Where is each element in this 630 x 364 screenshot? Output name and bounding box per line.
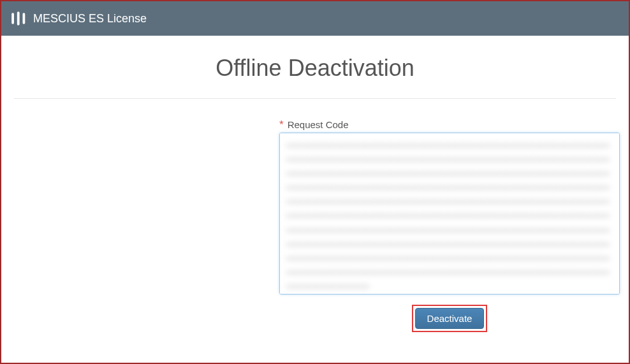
svg-rect-0 [11,13,14,24]
required-star-icon: * [279,119,284,130]
button-row: Deactivate [279,305,620,332]
app-title: MESCIUS ES License [33,12,147,25]
brand-logo-icon [10,10,27,27]
request-code-label-row: * Request Code [279,119,620,130]
deactivate-button[interactable]: Deactivate [415,308,485,329]
app-header: MESCIUS ES License [1,1,629,36]
page-title: Offline Deactivation [14,55,616,82]
section-divider [14,98,616,99]
request-code-value: xxxxxxxxxxxxxxxxxxxxxxxxxxxxxxxxxxxxxxxx… [286,138,613,293]
deactivate-highlight: Deactivate [412,305,488,332]
svg-rect-2 [23,13,26,24]
svg-rect-1 [17,11,20,25]
request-code-textarea[interactable]: xxxxxxxxxxxxxxxxxxxxxxxxxxxxxxxxxxxxxxxx… [279,133,620,295]
main-content: Offline Deactivation * Request Code xxxx… [1,36,629,332]
request-code-form: * Request Code xxxxxxxxxxxxxxxxxxxxxxxxx… [279,119,620,332]
request-code-label: Request Code [288,119,349,130]
